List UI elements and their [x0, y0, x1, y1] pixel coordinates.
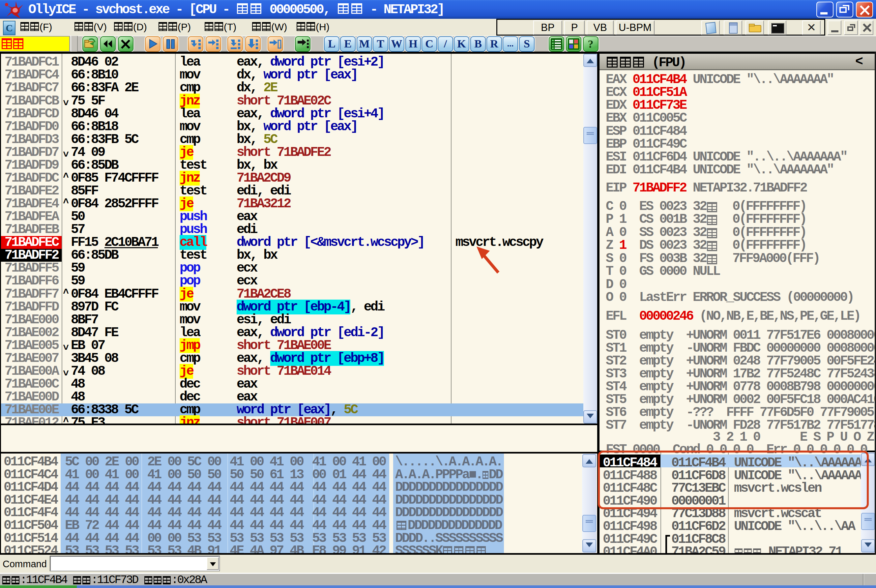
svg-text:?: ?: [588, 38, 594, 50]
